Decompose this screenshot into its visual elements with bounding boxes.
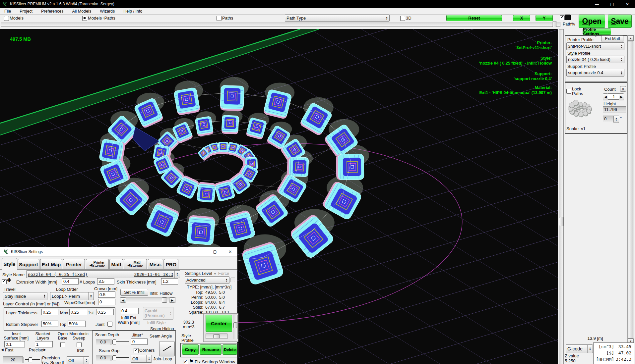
panel-scrollbar[interactable]: ▲ ▼ (627, 35, 634, 344)
maximize-icon[interactable] (604, 0, 620, 8)
infill-slider[interactable] (120, 297, 175, 303)
seam-depth-slider-thumb[interactable] (112, 339, 116, 344)
menu-item-wizards[interactable]: Wizards (95, 9, 119, 14)
tab-pro[interactable]: PRO (164, 259, 178, 269)
max-field[interactable]: 0.25 (69, 309, 87, 315)
gcode-dropdown[interactable]: G-code (566, 344, 593, 353)
stacked-layers-field[interactable]: 1 (35, 341, 53, 347)
position-v-thumb[interactable] (233, 322, 237, 328)
infill-slider-left-icon[interactable] (120, 297, 126, 303)
rotation-spinner[interactable] (613, 116, 619, 123)
fix-settings-checkbox[interactable] (183, 360, 188, 364)
reset-button[interactable]: Reset (446, 15, 502, 21)
save-button[interactable]: Save (608, 15, 632, 28)
open-base-checkbox[interactable] (60, 342, 65, 347)
path-percent-slider-thumb[interactable] (552, 22, 557, 27)
loop-order-dropdown[interactable]: Loop1 > Perim (50, 292, 94, 300)
x-button[interactable]: X (513, 15, 530, 21)
corners-checkbox[interactable] (134, 348, 139, 353)
seam-gap-slider-thumb[interactable] (112, 355, 116, 360)
layer-slider[interactable] (559, 29, 564, 364)
layer-thickness-field[interactable]: 0.25 (41, 309, 58, 315)
position-h-scrollbar[interactable] (206, 334, 227, 339)
tab-printer-g-code[interactable]: PrinterG-code (86, 259, 109, 269)
style-profile-dropdown[interactable]: nozzle 04 ( 0.25 fixed) (566, 56, 624, 63)
path-color-checkbox[interactable] (560, 15, 565, 20)
minimize-icon[interactable] (589, 0, 604, 8)
travel-dropdown[interactable]: Stay Inside (3, 292, 47, 300)
rename-button[interactable]: Rename (200, 344, 222, 355)
tab-style[interactable]: Style (2, 258, 17, 270)
printer-profile-dropdown[interactable]: 3ntProf-v11-short (566, 42, 624, 50)
infill-style-dropdown[interactable]: Gyroid(Premium) (143, 307, 173, 320)
extrusion-width-field[interactable]: 0.4 (62, 278, 79, 285)
models-paths-checkbox[interactable] (82, 16, 87, 21)
minimize-icon[interactable] (192, 247, 207, 256)
count-field[interactable]: 1 (608, 93, 620, 100)
settings-level-checkbox[interactable] (230, 278, 235, 282)
ext-matl-button[interactable]: Ext Matl (602, 35, 623, 42)
crown-field[interactable]: 0.5 (98, 291, 115, 298)
support-profile-dropdown[interactable]: support nozzle 0.4 (566, 69, 624, 77)
count-increment-icon[interactable] (619, 93, 624, 100)
3d-checkbox[interactable] (400, 16, 405, 21)
joint-checkbox[interactable] (107, 322, 112, 327)
infill-slider-right-icon[interactable] (169, 297, 175, 303)
inset-surface-field[interactable]: 0.1 (4, 341, 25, 347)
wipe-offset-field[interactable]: 0 (98, 299, 115, 305)
bottom-stepover-field[interactable]: 50% (41, 321, 58, 327)
tab-support[interactable]: Support (18, 259, 39, 269)
menu-item-preferences[interactable]: Preferences (37, 9, 68, 14)
seam-depth-field[interactable]: 0.0 (96, 339, 110, 345)
height-field[interactable]: 11.796 (603, 106, 626, 113)
layer-slider-thumb[interactable] (559, 217, 564, 226)
menu-item-all-models[interactable]: All Models (68, 9, 95, 14)
num-loops-field[interactable]: 3.5 (97, 278, 114, 285)
y-button[interactable]: Y (536, 15, 553, 21)
style-name-dropdown[interactable]: nozzle 04 ( 0.25 fixed) 2020-11-01 18:3 (26, 270, 180, 278)
lock-paths-checkbox[interactable] (566, 89, 571, 94)
remove-model-button[interactable]: X (620, 86, 626, 92)
style-enable-checkbox[interactable] (2, 279, 7, 284)
copy-button[interactable]: Copy (182, 344, 199, 355)
seam-gap-field[interactable]: 0.0 (96, 355, 110, 361)
position-v-scrollbar[interactable] (233, 315, 238, 339)
seam-angle-button[interactable] (159, 341, 175, 356)
menu-item-project[interactable]: Project (15, 9, 37, 14)
path-type-dropdown[interactable]: Path Type (285, 15, 390, 22)
close-icon[interactable] (620, 0, 635, 8)
seam-depth-slider[interactable] (111, 339, 130, 345)
precision-field[interactable]: 20 (3, 356, 23, 363)
scroll-up-icon[interactable]: ▲ (628, 35, 634, 41)
menu-item-help-info[interactable]: Help / Info (119, 9, 147, 14)
tab-ext-map[interactable]: Ext Map (40, 259, 62, 269)
paths-checkbox[interactable] (217, 16, 222, 21)
close-icon[interactable] (222, 247, 238, 256)
panel-scrollbar-thumb[interactable] (628, 41, 633, 338)
infill-slider-thumb[interactable] (162, 297, 167, 303)
settings-level-dropdown[interactable]: Advanced (185, 276, 229, 284)
delete-button[interactable]: Delete (222, 344, 237, 355)
skin-thickness-field[interactable]: 1.2 (161, 278, 178, 285)
model-thumbnail[interactable] (566, 93, 597, 125)
tab-matl-g-code[interactable]: MatlG-code (124, 259, 147, 269)
set-infill-button[interactable]: Set % Infill (120, 289, 148, 296)
join-loop-dropdown[interactable]: Off (131, 355, 152, 363)
tab-printer[interactable]: Printer (63, 259, 85, 269)
infill-ext-width-field[interactable]: 0.4 (120, 308, 139, 314)
monotonic-sweep-checkbox[interactable] (77, 342, 82, 347)
open-button[interactable]: Open (579, 15, 605, 28)
models-checkbox[interactable] (4, 16, 9, 21)
settings-dialog-titlebar[interactable]: KISSlicer Settings (0, 247, 237, 257)
center-button[interactable]: Center (206, 315, 232, 332)
seam-gap-slider[interactable] (111, 355, 130, 361)
first-field[interactable]: 0.25 (96, 309, 114, 315)
profile-settings-button[interactable]: Profile Settings (583, 28, 611, 35)
top-field[interactable]: 50% (68, 321, 86, 327)
count-decrement-icon[interactable] (603, 93, 608, 100)
jitter-field[interactable]: 0 (131, 338, 148, 345)
iron-dropdown[interactable]: Off (67, 356, 89, 364)
add-style-icon[interactable] (7, 277, 11, 283)
tab-misc[interactable]: Misc. (148, 259, 163, 269)
menu-item-file[interactable]: File (0, 9, 15, 14)
